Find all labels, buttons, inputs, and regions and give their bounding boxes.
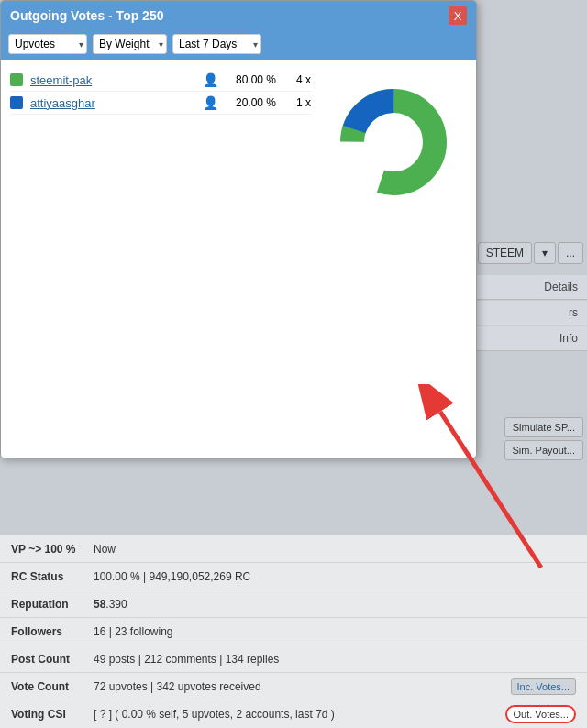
color-indicator-2 xyxy=(10,96,23,109)
sim-payout-button[interactable]: Sim. Payout... xyxy=(504,440,583,460)
background-menu: Details rs Info xyxy=(477,275,587,351)
modal-close-button[interactable]: X xyxy=(449,6,467,25)
followers-value: 16 | 23 following xyxy=(94,625,576,638)
inc-votes-button[interactable]: Inc. Votes... xyxy=(511,678,576,695)
vote-percentage-1: 80.00 % xyxy=(226,73,276,86)
vp-label: VP ~> 100 % xyxy=(11,543,94,556)
vote-row-2: attiyaasghar 👤 20.00 % 1 x xyxy=(10,92,311,115)
vote-count-value: 72 upvotes | 342 upvotes received xyxy=(94,680,511,693)
simulate-sp-button[interactable]: Simulate SP... xyxy=(504,417,583,437)
menu-item-details[interactable]: Details xyxy=(477,275,587,300)
sort-by-select[interactable]: By Weight By Count xyxy=(93,34,167,54)
steem-dropdown-button[interactable]: ▾ xyxy=(534,242,556,264)
filter1-wrapper: Upvotes Downvotes All xyxy=(8,34,87,54)
modal-body: steemit-pak 👤 80.00 % 4 x attiyaasghar 👤… xyxy=(1,60,476,458)
modal-title: Outgoing Votes - Top 250 xyxy=(10,8,163,23)
votes-table: steemit-pak 👤 80.00 % 4 x attiyaasghar 👤… xyxy=(10,69,311,448)
followers-label: Followers xyxy=(11,625,94,638)
simulate-buttons-area: Simulate SP... Sim. Payout... xyxy=(504,417,583,460)
menu-item-info[interactable]: Info xyxy=(477,326,587,351)
vp-row: VP ~> 100 % Now xyxy=(0,535,587,563)
rc-label: RC Status xyxy=(11,570,94,583)
vote-count-row: Vote Count 72 upvotes | 342 upvotes rece… xyxy=(0,673,587,700)
donut-chart xyxy=(329,78,458,206)
vote-count-1: 4 x xyxy=(283,73,311,86)
vote-type-select[interactable]: Upvotes Downvotes All xyxy=(8,34,87,54)
person-icon-1: 👤 xyxy=(203,72,218,87)
out-votes-button[interactable]: Out. Votes... xyxy=(505,705,576,723)
vp-value: Now xyxy=(94,543,576,556)
filter2-wrapper: By Weight By Count xyxy=(93,34,167,54)
filter3-wrapper: Last 7 Days Last 30 Days Last 90 Days xyxy=(172,34,261,54)
info-panel: VP ~> 100 % Now RC Status 100.00 % | 949… xyxy=(0,535,587,728)
vote-row-1: steemit-pak 👤 80.00 % 4 x xyxy=(10,69,311,92)
voting-csi-label: Voting CSI xyxy=(11,708,94,721)
color-indicator-1 xyxy=(10,73,23,86)
vote-count-label: Vote Count xyxy=(11,680,94,693)
post-count-row: Post Count 49 posts | 212 comments | 134… xyxy=(0,645,587,673)
time-range-select[interactable]: Last 7 Days Last 30 Days Last 90 Days xyxy=(172,34,261,54)
modal-header: Outgoing Votes - Top 250 X xyxy=(1,1,476,30)
reputation-label: Reputation xyxy=(11,598,94,611)
person-icon-2: 👤 xyxy=(203,95,218,110)
post-count-value: 49 posts | 212 comments | 134 replies xyxy=(94,653,576,666)
reputation-value: 58.390 xyxy=(94,598,576,611)
vote-name-1[interactable]: steemit-pak xyxy=(30,73,195,87)
steem-button[interactable]: STEEM xyxy=(478,242,532,264)
rc-value: 100.00 % | 949,190,052,269 RC xyxy=(94,570,576,583)
post-count-label: Post Count xyxy=(11,653,94,666)
voting-csi-value: [ ? ] ( 0.00 % self, 5 upvotes, 2 accoun… xyxy=(94,708,505,721)
vote-name-2[interactable]: attiyaasghar xyxy=(30,96,195,110)
vote-count-2: 1 x xyxy=(283,96,311,109)
modal-toolbar: Upvotes Downvotes All By Weight By Count… xyxy=(1,30,476,60)
reputation-bold: 58 xyxy=(94,598,105,611)
followers-row: Followers 16 | 23 following xyxy=(0,618,587,645)
outgoing-votes-modal: Outgoing Votes - Top 250 X Upvotes Downv… xyxy=(0,0,477,458)
donut-chart-area xyxy=(320,69,467,448)
voting-csi-row: Voting CSI [ ? ] ( 0.00 % self, 5 upvote… xyxy=(0,700,587,728)
reputation-row: Reputation 58.390 xyxy=(0,590,587,618)
background-right-panel: STEEM ▾ ... xyxy=(468,238,587,268)
menu-item-rs[interactable]: rs xyxy=(477,301,587,325)
rc-row: RC Status 100.00 % | 949,190,052,269 RC xyxy=(0,563,587,590)
more-button[interactable]: ... xyxy=(558,242,583,264)
donut-center xyxy=(366,115,421,170)
vote-percentage-2: 20.00 % xyxy=(226,96,276,109)
